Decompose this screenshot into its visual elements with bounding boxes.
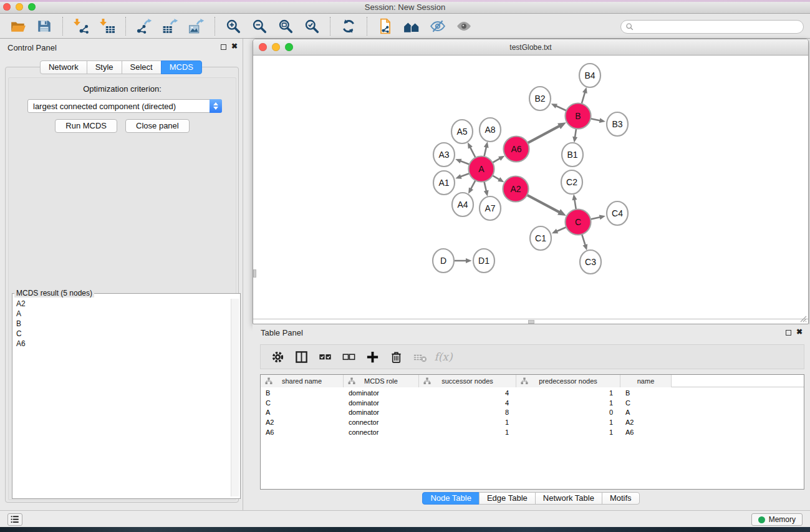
refresh-view-icon[interactable]	[339, 17, 358, 36]
node-A1[interactable]: A1	[433, 171, 455, 195]
zoom-out-icon[interactable]	[250, 17, 269, 36]
node-C1[interactable]: C1	[530, 226, 551, 250]
cell-predecessor-nodes[interactable]: 0	[516, 409, 620, 416]
column-header-mcds-role[interactable]: MCDS role	[344, 375, 419, 387]
cell-successor-nodes[interactable]: 4	[419, 399, 516, 407]
node-A8[interactable]: A8	[480, 118, 501, 142]
table-row[interactable]: A2connector11A2	[261, 417, 804, 427]
node-C2[interactable]: C2	[561, 170, 582, 194]
node-A5[interactable]: A5	[451, 120, 473, 143]
cell-successor-nodes[interactable]: 8	[419, 409, 516, 416]
node-B[interactable]: B	[566, 104, 591, 129]
table-float-panel-icon[interactable]	[786, 330, 791, 336]
resize-grip-icon[interactable]	[799, 314, 807, 322]
tab-motifs[interactable]: Motifs	[602, 492, 640, 505]
deselect-all-icon[interactable]	[339, 347, 358, 366]
export-network-icon[interactable]	[135, 17, 153, 36]
network-canvas[interactable]: B4B2BB3A8A5A6B1A3AA1C2A2A4A7C4CC1DD1C3	[253, 56, 808, 319]
memory-button[interactable]: Memory	[751, 513, 803, 526]
tab-network[interactable]: Network	[40, 60, 87, 74]
cell-successor-nodes[interactable]: 4	[419, 389, 516, 397]
node-A[interactable]: A	[469, 157, 494, 182]
node-A2[interactable]: A2	[503, 177, 529, 202]
node-B3[interactable]: B3	[607, 112, 628, 136]
tab-network-table[interactable]: Network Table	[535, 492, 602, 505]
task-history-button[interactable]	[7, 513, 22, 526]
tab-edge-table[interactable]: Edge Table	[479, 492, 536, 505]
cell-mcds-role[interactable]: dominator	[344, 409, 419, 416]
tab-mcds[interactable]: MCDS	[161, 60, 202, 74]
delete-row-icon[interactable]	[387, 347, 405, 366]
mcds-result-item[interactable]: B	[16, 319, 240, 329]
node-A7[interactable]: A7	[480, 196, 501, 220]
cell-mcds-role[interactable]: dominator	[344, 399, 419, 407]
node-A4[interactable]: A4	[452, 193, 473, 216]
zoom-selected-icon[interactable]	[302, 17, 321, 36]
search-input[interactable]	[635, 21, 803, 32]
tab-select[interactable]: Select	[122, 60, 162, 74]
cell-name[interactable]: A6	[620, 428, 672, 436]
network-window-titlebar[interactable]: testGlobe.txt	[253, 39, 808, 56]
cell-name[interactable]: C	[620, 399, 672, 407]
node-A6[interactable]: A6	[504, 137, 529, 162]
cell-name[interactable]: A2	[620, 418, 672, 426]
table-row[interactable]: Adominator80A	[261, 407, 804, 417]
cell-successor-nodes[interactable]: 1	[419, 428, 516, 436]
cell-mcds-role[interactable]: dominator	[344, 389, 419, 397]
search-field[interactable]	[620, 20, 804, 34]
cell-shared-name[interactable]: B	[261, 389, 344, 397]
node-A3[interactable]: A3	[433, 143, 455, 167]
tab-style[interactable]: Style	[87, 60, 122, 74]
optimization-criterion-select[interactable]: largest connected component (directed)	[27, 99, 222, 113]
cell-mcds-role[interactable]: connector	[344, 418, 419, 426]
mcds-result-scrollbar[interactable]	[231, 299, 239, 496]
close-panel-button[interactable]: Close panel	[125, 119, 190, 133]
zoom-in-icon[interactable]	[224, 17, 243, 36]
save-session-icon[interactable]	[35, 17, 54, 36]
cell-name[interactable]: A	[620, 409, 672, 416]
node-D1[interactable]: D1	[473, 249, 494, 273]
import-network-icon[interactable]	[72, 17, 90, 36]
show-graphics-details-icon[interactable]	[455, 17, 473, 36]
import-table-icon[interactable]	[98, 17, 117, 36]
new-network-from-selection-icon[interactable]	[376, 17, 395, 36]
node-B2[interactable]: B2	[529, 87, 551, 110]
table-row[interactable]: Cdominator41C	[261, 398, 804, 408]
open-session-icon[interactable]	[9, 17, 27, 36]
cell-predecessor-nodes[interactable]: 1	[516, 399, 620, 407]
node-D[interactable]: D	[433, 249, 454, 273]
mcds-result-item[interactable]: A	[16, 309, 240, 319]
cell-shared-name[interactable]: C	[261, 399, 344, 407]
add-row-icon[interactable]	[363, 347, 382, 366]
cell-successor-nodes[interactable]: 1	[419, 418, 516, 426]
node-C3[interactable]: C3	[580, 250, 601, 274]
horizontal-scroll-thumb[interactable]	[528, 320, 534, 324]
column-header-predecessor-nodes[interactable]: predecessor nodes	[516, 375, 620, 387]
run-mcds-button[interactable]: Run MCDS	[55, 119, 117, 133]
select-all-icon[interactable]	[316, 347, 334, 366]
home-panels-icon[interactable]	[402, 17, 421, 36]
cell-shared-name[interactable]: A6	[261, 428, 344, 436]
cell-shared-name[interactable]: A	[261, 409, 344, 416]
cell-predecessor-nodes[interactable]: 1	[516, 389, 620, 397]
node-B4[interactable]: B4	[579, 64, 600, 87]
table-close-panel-icon[interactable]: ✖	[796, 327, 803, 336]
mcds-result-item[interactable]: C	[16, 329, 240, 339]
cell-mcds-role[interactable]: connector	[344, 428, 419, 436]
table-row[interactable]: Bdominator41B	[261, 388, 804, 398]
float-panel-icon[interactable]	[221, 44, 226, 50]
node-B1[interactable]: B1	[562, 143, 583, 167]
close-panel-icon[interactable]: ✖	[231, 42, 238, 51]
cell-shared-name[interactable]: A2	[261, 418, 344, 426]
tab-node-table[interactable]: Node Table	[422, 492, 480, 505]
mcds-result-item[interactable]: A2	[16, 299, 240, 309]
cell-name[interactable]: B	[620, 389, 672, 397]
hide-graphics-details-icon[interactable]	[428, 17, 447, 36]
node-C[interactable]: C	[566, 210, 591, 235]
export-image-icon[interactable]	[187, 17, 206, 36]
columns-icon[interactable]	[292, 347, 311, 366]
column-header-name[interactable]: name	[620, 375, 672, 387]
table-settings-icon[interactable]	[268, 347, 287, 366]
zoom-fit-icon[interactable]	[276, 17, 295, 36]
column-header-successor-nodes[interactable]: successor nodes	[419, 375, 516, 387]
